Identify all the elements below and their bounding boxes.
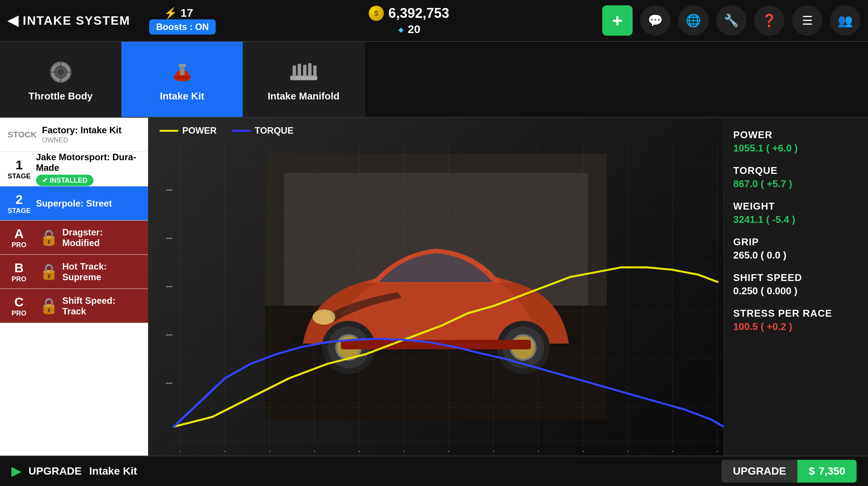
tab-intake-kit[interactable]: Intake Kit: [122, 42, 243, 117]
bottom-upgrade-info: ▶ UPGRADE Intake Kit: [11, 464, 137, 478]
svg-text:·: ·: [671, 446, 674, 455]
weight-label: WEIGHT: [733, 200, 859, 212]
add-currency-button[interactable]: +: [602, 5, 633, 36]
upgrade-cost: 7,350: [819, 465, 845, 477]
svg-text:·: ·: [268, 446, 271, 455]
tab-throttle-body-label: Throttle Body: [28, 90, 93, 102]
upgrade-cost-button[interactable]: $ 7,350: [797, 460, 857, 483]
play-icon: ▶: [11, 464, 21, 478]
pro-c-badge: C PRO: [8, 295, 30, 317]
tab-throttle-body[interactable]: Throttle Body: [0, 42, 122, 117]
pro-c-info: Shift Speed: Track: [62, 295, 140, 317]
pro-b-badge: B PRO: [8, 260, 30, 283]
torque-value: 867.0 ( +5.7 ): [733, 178, 859, 190]
stock-info: Factory: Intake Kit OWNED: [42, 125, 140, 144]
upgrade-item-pro-a[interactable]: A PRO 🔒 Dragster: Modified: [0, 221, 148, 255]
chat-button[interactable]: 💬: [640, 5, 671, 36]
svg-text:·: ·: [313, 446, 316, 455]
svg-text:·: ·: [447, 446, 450, 455]
stock-badge: STOCK: [8, 130, 37, 140]
stats-panel: POWER 1055.1 ( +6.0 ) TORQUE 867.0 ( +5.…: [724, 118, 868, 456]
svg-rect-8: [180, 65, 184, 76]
svg-rect-15: [308, 63, 311, 77]
svg-rect-16: [313, 65, 316, 77]
stress-value: 100.5 ( +0.2 ): [733, 321, 859, 333]
pro-b-info: Hot Track: Supreme: [62, 261, 140, 282]
bottom-bar: ▶ UPGRADE Intake Kit UPGRADE $ 7,350: [0, 456, 868, 486]
lock-icon-a: 🔒: [39, 229, 58, 246]
stress-label: STRESS PER RACE: [733, 308, 859, 319]
bottom-item-label: Intake Kit: [89, 465, 137, 477]
svg-text:·: ·: [492, 446, 495, 455]
shift-speed-label: SHIFT SPEED: [733, 272, 859, 284]
gem-icon: ⬥: [398, 23, 404, 35]
throttle-body-icon: [46, 57, 76, 87]
stat-shift-speed: SHIFT SPEED 0.250 ( 0.000 ): [733, 272, 859, 297]
boost-badge: Boosts : ON: [149, 19, 216, 35]
lock-icon-b: 🔒: [39, 263, 58, 281]
bottom-buy-section: UPGRADE $ 7,350: [721, 460, 857, 483]
menu-button[interactable]: ☰: [792, 5, 822, 36]
stock-sub: OWNED: [42, 136, 140, 144]
weight-value: 3241.1 ( -5.4 ): [733, 214, 859, 226]
coin-icon: $: [369, 6, 384, 21]
stock-name: Factory: Intake Kit: [42, 125, 140, 136]
pro-a-name: Dragster: Modified: [62, 227, 140, 248]
tabs-row: Throttle Body Intake Kit: [0, 42, 868, 118]
tools-button[interactable]: 🔧: [716, 5, 746, 36]
stage2-info: Superpole: Street: [36, 198, 140, 209]
energy-count: 17: [180, 6, 193, 19]
svg-rect-12: [292, 65, 296, 77]
stage1-info: Jake Motorsport: Dura-Made ✔ INSTALLED: [36, 152, 140, 186]
svg-text:·: ·: [224, 446, 226, 455]
lock-icon-c: 🔒: [39, 297, 58, 315]
tab-intake-manifold-label: Intake Manifold: [268, 90, 339, 102]
currency-amount: 6,392,753: [388, 5, 449, 21]
grip-value: 265.0 ( 0.0 ): [733, 249, 859, 261]
currency-section: $ 6,392,753 ⬥ 20: [223, 5, 595, 36]
stat-stress: STRESS PER RACE 100.5 ( +0.2 ): [733, 308, 859, 333]
shift-speed-value: 0.250 ( 0.000 ): [733, 285, 859, 297]
upgrade-item-pro-c[interactable]: C PRO 🔒 Shift Speed: Track: [0, 289, 148, 323]
svg-text:·: ·: [537, 446, 540, 455]
cost-coin-icon: $: [809, 465, 815, 477]
pro-b-name: Hot Track: Supreme: [62, 261, 140, 282]
upgrade-item-stage1[interactable]: 1 STAGE Jake Motorsport: Dura-Made ✔ INS…: [0, 152, 148, 186]
svg-text:·: ·: [179, 446, 181, 455]
stage1-badge: 1 STAGE: [8, 158, 31, 180]
upgrade-button[interactable]: UPGRADE: [721, 460, 797, 483]
help-button[interactable]: ❓: [754, 5, 784, 36]
back-arrow-icon: ◀: [8, 13, 19, 28]
upgrade-item-stock[interactable]: STOCK Factory: Intake Kit OWNED: [0, 118, 148, 152]
bottom-upgrade-label: UPGRADE: [28, 465, 82, 477]
svg-rect-9: [178, 64, 186, 66]
stage1-name: Jake Motorsport: Dura-Made: [36, 152, 140, 173]
gem-count: 20: [408, 23, 420, 36]
stat-weight: WEIGHT 3241.1 ( -5.4 ): [733, 200, 859, 226]
page-title: INTAKE SYSTEM: [23, 14, 130, 28]
stat-grip: GRIP 265.0 ( 0.0 ): [733, 236, 859, 261]
globe-button[interactable]: 🌐: [678, 5, 709, 36]
back-button[interactable]: ◀ INTAKE SYSTEM: [8, 13, 130, 28]
svg-rect-14: [303, 65, 306, 77]
top-icons-group: 💬 🌐 🔧 ❓ ☰ 👥: [640, 5, 860, 36]
tab-intake-manifold[interactable]: Intake Manifold: [243, 42, 365, 117]
main-content: STOCK Factory: Intake Kit OWNED 1 STAGE …: [0, 118, 868, 456]
upgrade-list: STOCK Factory: Intake Kit OWNED 1 STAGE …: [0, 118, 148, 456]
stat-power: POWER 1055.1 ( +6.0 ): [733, 129, 859, 154]
pro-a-badge: A PRO: [8, 226, 30, 249]
stage2-name: Superpole: Street: [36, 198, 140, 209]
svg-text:·: ·: [582, 446, 584, 455]
svg-rect-13: [298, 63, 301, 77]
svg-text:·: ·: [627, 446, 629, 455]
intake-manifold-icon: [289, 57, 319, 87]
upgrade-item-stage2[interactable]: 2 STAGE Superpole: Street: [0, 186, 148, 221]
center-area: POWER TORQUE: [148, 118, 724, 456]
upgrade-item-pro-b[interactable]: B PRO 🔒 Hot Track: Supreme: [0, 255, 148, 289]
energy-section: ⚡ 17 Boosts : ON: [142, 6, 216, 35]
social-button[interactable]: 👥: [830, 5, 860, 36]
pro-c-name: Shift Speed: Track: [62, 295, 140, 317]
stage2-badge: 2 STAGE: [8, 192, 31, 215]
svg-rect-5: [54, 63, 58, 66]
power-value: 1055.1 ( +6.0 ): [733, 142, 859, 154]
